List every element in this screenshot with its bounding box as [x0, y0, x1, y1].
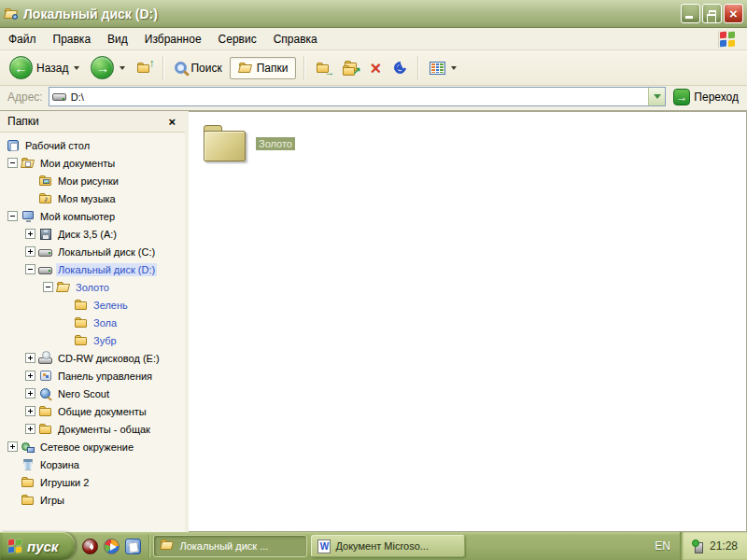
menu-item-4[interactable]: Сервис	[210, 30, 265, 49]
folders-pane-title: Папки	[7, 115, 166, 128]
tree-item-label[interactable]: Зубр	[92, 334, 119, 347]
tree-expander-icon[interactable]	[25, 229, 35, 239]
close-button[interactable]: ×	[724, 4, 743, 23]
tree-item[interactable]: Сетевое окружение	[7, 438, 185, 455]
tree-item-label[interactable]: CD-RW дисковод (E:)	[56, 352, 162, 365]
tree-item-label[interactable]: Мои рисунки	[56, 175, 120, 188]
file-list-pane[interactable]: Золото	[189, 111, 747, 532]
folders-button[interactable]: Папки	[230, 57, 297, 79]
tree-item[interactable]: ♪Моя музыка	[25, 189, 185, 207]
tree-item[interactable]: Диск 3,5 (A:)	[25, 225, 185, 243]
tree-item-label[interactable]: Nero Scout	[56, 387, 111, 400]
tree-item[interactable]: Корзина	[7, 455, 185, 473]
file-tile[interactable]: Золото	[202, 123, 295, 164]
toolbar: ← Назад → ↑ Поиск Папки → ↗ ×	[0, 50, 747, 86]
tree-expander-icon[interactable]	[7, 211, 18, 221]
tree-item-label[interactable]: Мой компьютер	[38, 210, 117, 223]
tree-item[interactable]: CD-RW дисковод (E:)	[25, 349, 185, 367]
back-button[interactable]: ← Назад	[6, 54, 83, 81]
tree-item-label[interactable]: Зола	[92, 316, 119, 329]
file-tile-label[interactable]: Золото	[256, 137, 295, 150]
safely-remove-hardware-icon[interactable]	[692, 539, 705, 553]
tree-item-label[interactable]: Игрушки 2	[38, 476, 91, 489]
menu-item-2[interactable]: Вид	[99, 30, 136, 49]
tree-item[interactable]: Мои документы	[7, 154, 185, 172]
undo-button[interactable]	[390, 60, 410, 76]
tree-item[interactable]: Мои рисунки	[25, 172, 185, 189]
delete-button[interactable]: ×	[364, 57, 387, 79]
tree-item-label[interactable]: Игры	[38, 494, 66, 507]
nero-icon[interactable]	[82, 539, 98, 554]
start-button[interactable]: пуск	[0, 532, 75, 560]
folders-pane-close-icon[interactable]: ×	[166, 115, 177, 129]
forward-dropdown-icon[interactable]	[120, 66, 125, 70]
forward-button[interactable]: →	[87, 54, 129, 81]
folders-tree: Рабочий столМои документыМои рисунки♪Моя…	[0, 133, 185, 532]
tree-expander-icon[interactable]	[43, 282, 53, 292]
views-icon	[430, 62, 445, 75]
restore-button[interactable]	[702, 4, 722, 23]
tree-expander-icon[interactable]	[25, 424, 35, 434]
tree-item[interactable]: Общие документы	[25, 402, 185, 420]
tree-item-label[interactable]: Документы - общак	[56, 423, 152, 436]
tree-item-label[interactable]: Мои документы	[38, 157, 117, 170]
explorer-folder-icon	[4, 7, 19, 21]
close-icon: ×	[729, 7, 738, 21]
tree-item-label[interactable]: Рабочий стол	[23, 139, 92, 152]
tree-expander-icon[interactable]	[25, 246, 35, 257]
show-desktop-icon[interactable]	[125, 539, 141, 554]
address-input[interactable]: D:\	[49, 87, 667, 106]
taskbar-button[interactable]: Локальный диск ...	[153, 535, 307, 557]
explorer-window: Локальный диск (D:) × ФайлПравкаВидИзбра…	[0, 0, 747, 532]
tree-item[interactable]: Зубр	[61, 331, 185, 349]
tree-expander-icon[interactable]	[25, 353, 35, 363]
tree-item-label[interactable]: Моя музыка	[56, 192, 118, 205]
tree-item[interactable]: Nero Scout	[25, 385, 185, 402]
tree-item-label[interactable]: Локальный диск (D:)	[56, 263, 157, 276]
tree-item-label[interactable]: Локальный диск (C:)	[56, 245, 157, 259]
tree-item[interactable]: Панель управления	[25, 367, 185, 385]
clock[interactable]: 21:28	[710, 539, 738, 553]
menu-item-5[interactable]: Справка	[265, 30, 326, 49]
taskbar-button[interactable]: WДокумент Microso...	[311, 535, 465, 557]
tree-item[interactable]: Документы - общак	[25, 420, 185, 438]
tree-expander-icon[interactable]	[25, 406, 35, 416]
back-dropdown-icon[interactable]	[74, 66, 79, 70]
folder-icon	[74, 333, 89, 348]
tree-expander-icon[interactable]	[7, 158, 18, 168]
tree-item[interactable]: Рабочий стол	[6, 136, 185, 154]
tree-expander-icon[interactable]	[7, 441, 18, 452]
tree-item[interactable]: Зола	[61, 314, 185, 331]
up-button[interactable]: ↑	[133, 59, 155, 77]
tree-expander-icon[interactable]	[25, 388, 35, 399]
tree-item[interactable]: Мой компьютер	[7, 207, 185, 225]
tree-item[interactable]: Игры	[7, 491, 185, 509]
tree-item-label[interactable]: Общие документы	[56, 405, 148, 418]
menu-item-1[interactable]: Правка	[45, 30, 100, 49]
move-to-button[interactable]: →	[312, 59, 334, 77]
tree-item-label[interactable]: Зелень	[92, 299, 130, 312]
search-button[interactable]: Поиск	[171, 60, 225, 77]
tree-item[interactable]: Золото	[43, 278, 185, 296]
tree-item[interactable]: Игрушки 2	[7, 473, 185, 491]
minimize-button[interactable]	[681, 4, 700, 23]
tree-item-label[interactable]: Диск 3,5 (A:)	[56, 228, 119, 241]
tree-item[interactable]: Локальный диск (C:)	[25, 243, 185, 260]
language-indicator[interactable]: EN	[645, 539, 680, 553]
copy-to-button[interactable]: ↗	[338, 59, 360, 77]
menu-item-3[interactable]: Избранное	[136, 30, 210, 49]
tree-item-label[interactable]: Золото	[74, 281, 111, 294]
address-dropdown-button[interactable]	[648, 88, 665, 105]
tree-item-label[interactable]: Панель управления	[56, 370, 154, 383]
menu-item-0[interactable]: Файл	[0, 30, 45, 49]
titlebar[interactable]: Локальный диск (D:) ×	[0, 0, 747, 28]
tree-item[interactable]: Зелень	[61, 296, 185, 314]
views-button[interactable]	[426, 60, 460, 77]
tree-expander-icon[interactable]	[25, 371, 35, 381]
tree-item-label[interactable]: Корзина	[38, 458, 81, 471]
media-player-icon[interactable]	[104, 539, 120, 554]
tree-expander-icon[interactable]	[25, 264, 35, 274]
go-button[interactable]: → Переход	[671, 88, 744, 106]
tree-item[interactable]: Локальный диск (D:)	[25, 260, 185, 278]
tree-item-label[interactable]: Сетевое окружение	[38, 441, 135, 454]
